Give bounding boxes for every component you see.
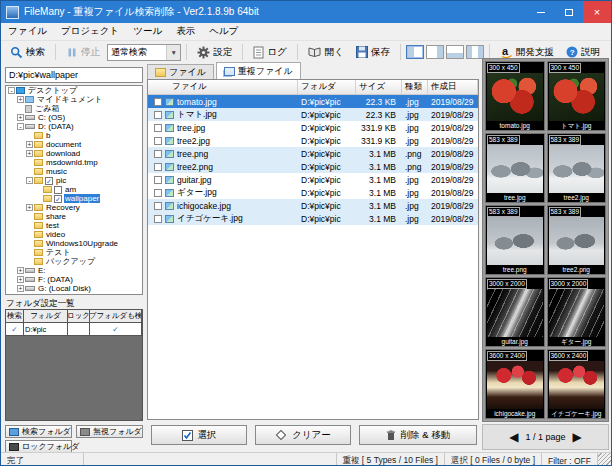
column-header-1[interactable]: フォルダ <box>298 80 356 94</box>
tree-item[interactable]: +Recovery <box>6 203 142 212</box>
tree-item[interactable]: テスト <box>6 248 142 257</box>
row-checkbox[interactable] <box>154 163 162 171</box>
table-row[interactable]: ichigocake.jpgD:¥pic¥pic3.1 MB.jpg2019/0… <box>148 199 478 212</box>
fs-search-checkbox[interactable]: ✓ <box>6 323 24 336</box>
tree-item[interactable]: +document <box>6 140 142 149</box>
table-row[interactable]: tree.pngD:¥pic¥pic3.1 MB.png2019/08/29 <box>148 147 478 160</box>
tree-item[interactable]: share <box>6 212 142 221</box>
thumbnail[interactable]: 3600 x 2400イチゴケーキ.jpg <box>547 349 607 419</box>
row-checkbox[interactable] <box>154 189 162 197</box>
tree-item[interactable]: -デスクトップ <box>6 86 142 95</box>
tree-expander-icon[interactable]: - <box>26 177 33 184</box>
tree-expander-icon[interactable]: + <box>17 96 24 103</box>
menu-item-3[interactable]: 表示 <box>169 25 202 38</box>
thumbnail[interactable]: 3000 x 2000guitar.jpg <box>485 277 545 347</box>
minimize-button[interactable] <box>527 1 555 23</box>
fs-lock-checkbox[interactable] <box>68 323 90 336</box>
tree-expander-icon[interactable]: + <box>17 267 24 274</box>
layout-toggle-2[interactable] <box>426 45 444 59</box>
thumbnail[interactable]: 583 x 389tree.png <box>485 205 545 275</box>
tab-files[interactable]: ファイル <box>147 64 214 79</box>
tree-expander-icon[interactable]: + <box>17 114 24 121</box>
tree-item[interactable]: test <box>6 221 142 230</box>
tree-item[interactable]: video <box>6 230 142 239</box>
row-checkbox[interactable] <box>154 202 162 210</box>
tree-item[interactable]: +G: (Local Disk) <box>6 284 142 293</box>
column-header-4[interactable]: 作成日 <box>428 80 478 94</box>
table-row[interactable]: tree2.pngD:¥pic¥pic3.1 MB.png2019/08/29 <box>148 160 478 173</box>
ignore-folder-button[interactable]: 無視フォルダ <box>76 425 143 438</box>
menu-item-4[interactable]: ヘルプ <box>202 25 245 38</box>
search-button[interactable]: 検索 <box>5 43 50 62</box>
column-header-2[interactable]: サイズ <box>356 80 402 94</box>
table-row[interactable]: トマト.jpgD:¥pic¥pic22.3 KB.jpg2019/08/29 <box>148 108 478 121</box>
settings-button[interactable]: 設定 <box>192 43 237 62</box>
tree-item[interactable]: +download <box>6 149 142 158</box>
table-row[interactable]: イチゴケーキ.jpgD:¥pic¥pic3.1 MB.jpg2019/08/29 <box>148 212 478 225</box>
row-checkbox[interactable] <box>154 111 162 119</box>
layout-toggle-1[interactable] <box>406 45 424 59</box>
maximize-button[interactable] <box>555 1 583 23</box>
thumbnail[interactable]: 583 x 389tree2.jpg <box>547 133 607 203</box>
tree-expander-icon[interactable]: - <box>17 123 24 130</box>
table-row[interactable]: tree2.jpgD:¥pic¥pic331.9 KB.jpg2019/08/2… <box>148 134 478 147</box>
row-checkbox[interactable] <box>154 150 162 158</box>
stop-button[interactable]: 停止 <box>61 43 105 62</box>
close-button[interactable]: × <box>583 1 611 23</box>
tree-expander-icon[interactable]: + <box>26 204 33 211</box>
layout-toggle-3[interactable] <box>446 45 464 59</box>
tree-item[interactable]: msdownld.tmp <box>6 158 142 167</box>
search-mode-select[interactable]: 通常検索 ▼ <box>107 44 181 61</box>
select-button[interactable]: 選択 <box>151 425 247 445</box>
tree-expander-icon[interactable]: + <box>26 141 33 148</box>
resize-grip[interactable] <box>598 453 611 466</box>
tree-checkbox[interactable]: ✓ <box>45 177 53 185</box>
open-button[interactable]: 開く <box>303 43 349 62</box>
row-checkbox[interactable] <box>154 98 162 106</box>
tree-checkbox[interactable] <box>54 186 62 194</box>
tree-checkbox[interactable]: ✓ <box>54 195 62 203</box>
tab-duplicate-files[interactable]: 重複ファイル <box>216 62 301 79</box>
tree-item[interactable]: music <box>6 167 142 176</box>
menu-item-2[interactable]: ツール <box>126 25 169 38</box>
table-row[interactable]: tree.jpgD:¥pic¥pic331.9 KB.jpg2019/08/29 <box>148 121 478 134</box>
table-row[interactable]: ギター.jpgD:¥pic¥pic3.1 MB.jpg2019/08/29 <box>148 186 478 199</box>
thumbnail[interactable]: 583 x 389tree2.png <box>547 205 607 275</box>
tree-item[interactable]: +E: <box>6 266 142 275</box>
path-input[interactable] <box>5 67 143 83</box>
chevron-down-icon[interactable]: ▼ <box>166 45 180 60</box>
thumbnail[interactable]: 300 x 450トマト.jpg <box>547 61 607 131</box>
fs-data-row[interactable]: ✓D:¥pic✓ <box>6 323 142 336</box>
save-button[interactable]: 保存 <box>351 43 395 62</box>
thumbnail[interactable]: 3600 x 2400ichigocake.jpg <box>485 349 545 419</box>
log-button[interactable]: ログ <box>248 43 291 62</box>
column-header-3[interactable]: 種類 <box>402 80 428 94</box>
thumbnail[interactable]: 3000 x 2000ギター.jpg <box>547 277 607 347</box>
tree-item[interactable]: バックアップ <box>6 257 142 266</box>
menu-item-1[interactable]: プロジェクト <box>54 25 126 38</box>
layout-toggle-4[interactable] <box>466 45 484 59</box>
menu-item-0[interactable]: ファイル <box>1 25 54 38</box>
tree-item[interactable]: am <box>6 185 142 194</box>
fs-subfolder-checkbox[interactable]: ✓ <box>90 323 142 336</box>
clear-button[interactable]: クリアー <box>255 425 351 445</box>
tree-item[interactable]: ごみ箱 <box>6 104 142 113</box>
tree-expander-icon[interactable]: + <box>17 276 24 283</box>
delete-move-button[interactable]: 削除 & 移動 <box>359 425 477 445</box>
tree-item[interactable]: b <box>6 131 142 140</box>
row-checkbox[interactable] <box>154 137 162 145</box>
row-checkbox[interactable] <box>154 176 162 184</box>
tree-item[interactable]: +F: (DATA) <box>6 275 142 284</box>
tree-item[interactable]: Windows10Upgrade <box>6 239 142 248</box>
thumbnail[interactable]: 583 x 389tree.jpg <box>485 133 545 203</box>
tree-expander-icon[interactable]: - <box>8 87 15 94</box>
tree-expander-icon[interactable]: + <box>26 150 33 157</box>
next-page-icon[interactable]: ▶ <box>573 431 582 443</box>
table-row[interactable]: guitar.jpgD:¥pic¥pic3.1 MB.jpg2019/08/29 <box>148 173 478 186</box>
tree-item[interactable]: -D: (DATA) <box>6 122 142 131</box>
column-header-0[interactable]: ファイル <box>148 80 298 94</box>
prev-page-icon[interactable]: ◀ <box>509 431 518 443</box>
tree-expander-icon[interactable]: + <box>17 285 24 292</box>
table-row[interactable]: tomato.jpgD:¥pic¥pic22.3 KB.jpg2019/08/2… <box>148 95 478 108</box>
tree-item[interactable]: +マイドキュメント <box>6 95 142 104</box>
